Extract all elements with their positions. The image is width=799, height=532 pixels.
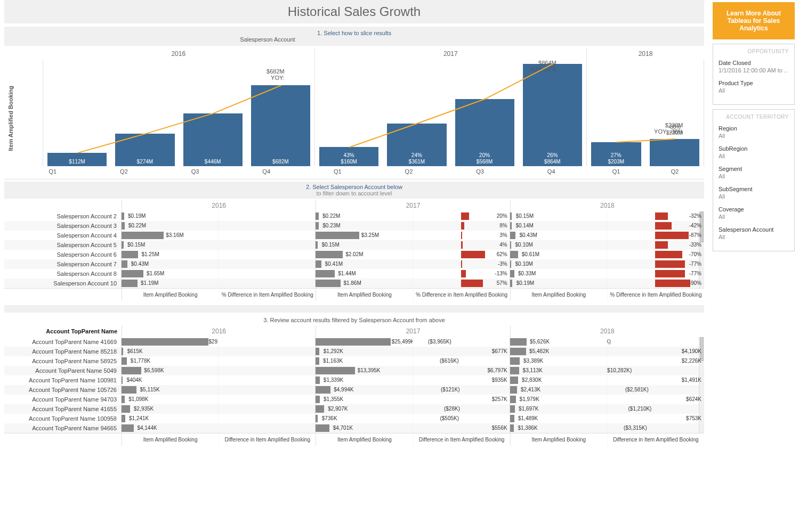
t1-foot: Item Amplified Booking: [316, 289, 413, 301]
chart-bar-2017-Q2[interactable]: 24%$361M: [383, 60, 450, 166]
sales-growth-chart[interactable]: 2016 2017 2018 Item Amplified Booking $1…: [4, 48, 704, 179]
page-title: Historical Sales Growth: [4, 0, 704, 23]
instruction-3-title: 3. Review account results filtered by Sa…: [4, 317, 704, 323]
account-row[interactable]: Account TopParent Name 105726$5,115K$4,9…: [4, 385, 704, 395]
chart-x-label: Q4: [515, 166, 587, 177]
t1-year-2017[interactable]: 2017: [316, 200, 510, 211]
filter-subregion[interactable]: SubRegion All: [719, 145, 789, 159]
salesperson-row[interactable]: Salesperson Account 2$0.19M$0.22M20%$0.1…: [4, 211, 704, 221]
filter-subsegment[interactable]: SubSegment All: [719, 186, 789, 200]
salesperson-row[interactable]: Salesperson Account 5$0.15M$0.15M4%$0.10…: [4, 240, 704, 250]
salesperson-table[interactable]: 2016 2017 2018 Salesperson Account 2$0.1…: [4, 200, 704, 301]
filter-segment[interactable]: Segment All: [719, 166, 789, 179]
instruction-1-bar: 1. Select how to slice results Salespers…: [4, 27, 704, 46]
t2-year-2017[interactable]: 2017: [316, 325, 510, 337]
account-row[interactable]: Account TopParent Name 5049$6,598K$13,39…: [4, 366, 704, 375]
chart-bar-2017-Q3[interactable]: 20%$568M: [451, 60, 519, 166]
account-row[interactable]: Account TopParent Name 41669$29,464K$25,…: [4, 337, 704, 347]
salesperson-row[interactable]: Salesperson Account 8$1.65M$1.44M-13%$0.…: [4, 269, 704, 279]
account-row[interactable]: Account TopParent Name 94665$4,144K$4,70…: [4, 423, 704, 433]
chart-year-2016[interactable]: 2016: [43, 48, 315, 60]
instruction-2-title: 2. Select Salesperson Account below: [4, 184, 704, 190]
account-row[interactable]: Account TopParent Name 58925$1,778K$1,16…: [4, 356, 704, 366]
t2-year-2016[interactable]: 2016: [122, 325, 316, 337]
salesperson-row[interactable]: Salesperson Account 3$0.22M$0.23M8%$0.14…: [4, 221, 704, 231]
chart-bar-2016-Q1[interactable]: $112M: [43, 60, 111, 166]
salesperson-row[interactable]: Salesperson Account 4$3.16M$3.25M3%$0.43…: [4, 231, 704, 240]
chart-bar-2016-Q2[interactable]: $274M: [111, 60, 179, 166]
filter-panel-title: ACCOUNT TERRITORY: [719, 114, 789, 120]
chart-y-axis-label: Item Amplified Booking: [4, 60, 17, 177]
account-table[interactable]: Account TopParent Name 2016 2017 2018 Ac…: [4, 325, 704, 446]
account-row[interactable]: Account TopParent Name 100981$404K$1,339…: [4, 375, 704, 385]
t1-foot: % Difference in Item Amplified Booking: [219, 289, 316, 301]
t2-rowhead: Account TopParent Name: [4, 325, 122, 337]
account-row[interactable]: Account TopParent Name 85218$615K$1,292K…: [4, 347, 704, 356]
chart-bar-2017-Q4[interactable]: 26%$864M: [519, 60, 586, 166]
filter-coverage[interactable]: Coverage All: [719, 206, 789, 220]
t1-foot: % Difference in Item Amplified Booking: [414, 289, 510, 301]
filter-salesperson[interactable]: Salesperson Account All: [719, 226, 789, 240]
chart-bar-2018-Q1[interactable]: 27%$203M: [587, 60, 645, 166]
filter-panel-opportunity: OPPORTUNITY Date Closed 1/1/2016 12:00:0…: [713, 44, 795, 105]
filter-product-type[interactable]: Product Type All: [719, 80, 789, 94]
filter-region[interactable]: Region All: [719, 125, 789, 139]
filter-date-closed[interactable]: Date Closed 1/1/2016 12:00:00 AM to ..: [719, 60, 789, 73]
chart-x-label: Q1: [587, 166, 645, 177]
t2-foot: Item Amplified Booking: [511, 433, 608, 446]
chart-annotation: $864MYOY: 27%: [503, 60, 556, 72]
t2-foot: Difference in Item Amplified Booking: [414, 433, 510, 446]
chart-x-label: Q3: [159, 166, 231, 177]
t1-foot: Item Amplified Booking: [122, 289, 219, 301]
cta-learn-more-button[interactable]: Learn More About Tableau for Sales Analy…: [713, 2, 795, 39]
chart-x-label: Q3: [445, 166, 516, 177]
divider: [4, 305, 704, 313]
account-row[interactable]: Account TopParent Name 94703$1,098K$1,35…: [4, 395, 704, 404]
t1-year-2016[interactable]: 2016: [122, 200, 316, 211]
instruction-1-sub: Salesperson Account: [240, 36, 468, 43]
chart-x-label: Q2: [645, 166, 704, 177]
account-row[interactable]: Account TopParent Name 41655$2,935K$2,90…: [4, 404, 704, 414]
filter-panel-territory: ACCOUNT TERRITORY Region All SubRegion A…: [713, 109, 795, 251]
chart-x-label: Q2: [88, 166, 160, 177]
chart-x-label: Q1: [302, 166, 374, 177]
chart-annotation: $230MYOY: -36%: [630, 122, 683, 135]
t1-foot: Item Amplified Booking: [511, 289, 608, 301]
chart-year-2017[interactable]: 2017: [315, 48, 587, 60]
t1-year-2018[interactable]: 2018: [510, 200, 704, 211]
chart-year-2018[interactable]: 2018: [587, 48, 704, 60]
chart-bar-2018-Q2[interactable]: -86%$230M: [645, 60, 704, 166]
t2-foot: Difference in Item Amplified Booking: [219, 433, 316, 446]
t2-year-2018[interactable]: 2018: [510, 325, 704, 337]
t2-foot: Item Amplified Booking: [122, 433, 219, 446]
chart-bar-2017-Q1[interactable]: 43%$160M: [315, 60, 383, 166]
t2-foot: Difference in Item Amplified Booking: [608, 433, 704, 446]
account-row[interactable]: Account TopParent Name 100958$1,241K$736…: [4, 414, 704, 423]
salesperson-row[interactable]: Salesperson Account 10$1.19M$1.86M57%$0.…: [4, 279, 704, 288]
instruction-2-sub: to filter down to account level: [4, 190, 704, 197]
salesperson-row[interactable]: Salesperson Account 6$1.25M$2.02M62%$0.6…: [4, 250, 704, 259]
chart-x-label: Q1: [17, 166, 88, 177]
salesperson-row[interactable]: Salesperson Account 7$0.43M$0.41M-3%$0.1…: [4, 259, 704, 269]
filter-panel-title: OPPORTUNITY: [719, 48, 789, 54]
t2-foot: Item Amplified Booking: [316, 433, 413, 446]
instruction-1-title: 1. Select how to slice results: [240, 30, 468, 36]
chart-x-label: Q4: [231, 166, 302, 177]
chart-x-label: Q2: [373, 166, 445, 177]
instruction-2-bar: 2. Select Salesperson Account below to f…: [4, 182, 704, 199]
t1-foot: % Difference in Item Amplified Booking: [608, 289, 704, 301]
chart-annotation: $682MYOY:: [231, 68, 285, 81]
